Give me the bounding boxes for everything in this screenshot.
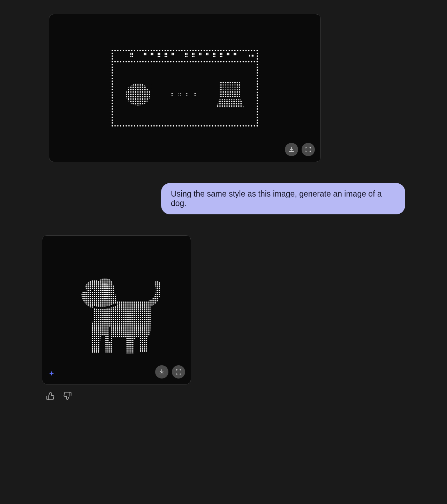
dotted-computer bbox=[217, 82, 244, 107]
sparkle-icon bbox=[48, 370, 55, 376]
download-button[interactable] bbox=[285, 143, 298, 156]
dotted-body bbox=[116, 67, 254, 122]
thumbs-up-button[interactable] bbox=[45, 390, 56, 403]
user-message-bubble: Using the same style as this image, gene… bbox=[161, 183, 405, 214]
dotted-title-corner bbox=[249, 53, 254, 58]
fullscreen-icon bbox=[175, 368, 182, 375]
reference-image-card: ⠿ ⠛⠛⠿⠿⠛ ⠿⠿⠛⠛⠿⠿⠛⠛ bbox=[49, 14, 321, 162]
image-controls bbox=[285, 143, 315, 156]
generated-image-card bbox=[42, 235, 191, 384]
assistant-response bbox=[42, 235, 405, 403]
download-icon bbox=[288, 146, 295, 153]
conversation-thread: ⠿ ⠛⠛⠿⠿⠛ ⠿⠿⠛⠛⠿⠿⠛⠛ bbox=[42, 14, 405, 403]
svg-point-1 bbox=[91, 289, 94, 292]
svg-rect-2 bbox=[109, 327, 111, 341]
thumbs-down-button[interactable] bbox=[61, 390, 73, 403]
dotted-dog-art bbox=[64, 266, 169, 360]
fullscreen-button[interactable] bbox=[302, 143, 315, 156]
user-message-row: Using the same style as this image, gene… bbox=[42, 183, 405, 214]
ai-sparkle-badge bbox=[48, 370, 55, 378]
user-message-text: Using the same style as this image, gene… bbox=[171, 189, 382, 208]
dotted-globe bbox=[126, 83, 150, 106]
reference-image: ⠿ ⠛⠛⠿⠿⠛ ⠿⠿⠛⠛⠿⠿⠛⠛ bbox=[49, 14, 320, 162]
download-icon bbox=[158, 368, 165, 375]
dotted-title-text: ⠿ ⠛⠛⠿⠿⠛ ⠿⠿⠛⠛⠿⠿⠛⠛ bbox=[130, 52, 240, 59]
feedback-row bbox=[45, 390, 405, 403]
dotted-browser-art: ⠿ ⠛⠛⠿⠿⠛ ⠿⠿⠛⠛⠿⠿⠛⠛ bbox=[112, 50, 258, 127]
generated-image bbox=[42, 236, 191, 384]
dotted-connection-dots bbox=[171, 93, 196, 96]
thumbs-up-icon bbox=[46, 391, 55, 400]
thumbs-down-icon bbox=[63, 391, 72, 400]
fullscreen-button[interactable] bbox=[172, 365, 185, 379]
dotted-titlebar: ⠿ ⠛⠛⠿⠿⠛ ⠿⠿⠛⠛⠿⠿⠛⠛ bbox=[112, 50, 258, 62]
image-controls bbox=[155, 365, 185, 379]
fullscreen-icon bbox=[305, 146, 312, 153]
download-button[interactable] bbox=[155, 365, 168, 379]
